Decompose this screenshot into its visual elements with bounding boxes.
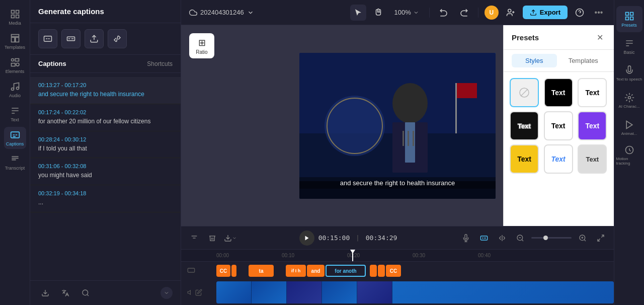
clip-after2[interactable] [378,265,385,277]
redo-button[interactable] [456,5,472,21]
presets-tab-styles[interactable]: Styles [512,54,557,67]
cc-tool-button[interactable] [38,29,57,48]
clip-after1[interactable] [370,265,377,277]
project-name-label: 202404301246 [200,9,244,16]
clip-foranoth[interactable]: for anoth [326,265,366,277]
svg-rect-59 [188,268,194,272]
zoom-slider-track[interactable] [531,237,572,239]
user-avatar[interactable]: U [485,6,499,20]
shortcuts-link[interactable]: Shortcuts [147,60,173,67]
sidebar-item-media[interactable]: Media [4,6,26,28]
timeline-delete-button[interactable] [205,231,219,245]
svg-line-58 [598,239,600,241]
clip-if[interactable]: if I h [286,265,306,277]
caption-text-2: for another 20 million of our fellow cit… [38,117,173,126]
sidebar-label-transcript: Transcript [5,166,25,171]
video-track [181,280,614,305]
animate-icon [624,120,634,130]
user-add-button[interactable] [503,5,519,21]
hand-tool-button[interactable] [370,5,386,21]
magic-tool-button[interactable] [108,29,127,48]
timeline-download-button[interactable] [223,231,237,245]
play-button[interactable] [299,231,314,246]
zoom-slider-thumb[interactable] [543,236,548,240]
presets-close-button[interactable]: ✕ [594,31,606,43]
caption-item-3[interactable]: 00:28:24 - 00:30:12 if I told you all th… [30,131,181,159]
clip-ta[interactable]: ta [249,265,274,277]
preset-item-black[interactable]: Text [544,78,573,107]
top-bar: 202404301246 100% U [181,0,614,25]
more-options-button[interactable]: ••• [592,6,606,20]
zoom-level: 100% [394,9,411,16]
timeline-filter-button[interactable] [187,231,201,245]
sidebar-item-transcript[interactable]: Transcript [4,151,26,173]
ratio-button[interactable]: ⊞ Ratio [189,33,214,58]
caption-item-4[interactable]: 00:31:06 - 00:32:08 you might have said [30,158,181,185]
video-frame: and secure the right to health insurance [299,53,496,199]
captions-timeline-button[interactable] [477,231,491,245]
preset-item-white[interactable]: Text [578,78,607,107]
right-sidebar-motion[interactable]: Motion tracking [616,142,642,168]
ruler-mark-10: 00:10 [282,253,347,258]
svg-line-54 [584,240,586,241]
presets-tab-templates[interactable]: Templates [561,54,606,67]
svg-rect-62 [630,12,633,15]
presets-grid: Text Text Text Text Text Text [504,72,614,180]
clip-dot[interactable] [231,265,236,277]
preset-item-blue-text[interactable]: Text [544,144,573,174]
right-presets-label: Presets [621,23,637,28]
sidebar-item-templates[interactable]: Templates [4,30,26,52]
collapse-panel-button[interactable] [160,287,173,299]
zoom-in-button[interactable] [576,231,590,245]
upload-tool-button[interactable] [85,29,104,48]
clip-and[interactable]: and [307,265,325,277]
clip-after3[interactable]: CC [386,265,401,277]
caption-item-1[interactable]: 00:13:27 - 00:17:20 and secure the right… [30,77,181,104]
playhead [352,250,353,261]
help-button[interactable] [572,5,588,21]
caption-item-5[interactable]: 00:32:19 - 00:34:18 ... [30,185,181,212]
caption-item-2[interactable]: 00:17:24 - 00:22:02 for another 20 milli… [30,104,181,131]
preset-item-stroke[interactable]: Text [578,144,607,174]
sidebar-label-elements: Elements [6,69,25,74]
right-sidebar-tts[interactable]: Text to speech [616,60,642,87]
translate-captions-button[interactable] [58,286,72,300]
download-captions-button[interactable] [38,286,52,300]
project-name[interactable]: 202404301246 [189,9,254,17]
preset-item-white-clean[interactable]: Text [544,111,573,140]
preset-item-yellow[interactable]: Text [510,144,539,174]
sidebar-item-elements[interactable]: Elements [4,54,26,77]
export-button[interactable]: Export [523,6,568,19]
preset-item-purple[interactable]: Text [578,111,607,140]
svg-marker-60 [188,290,190,294]
cursor-tool-button[interactable] [350,5,366,21]
video-thumb-2 [252,281,287,303]
right-sidebar-ai[interactable]: AI Charac... [616,88,642,114]
split-button[interactable] [495,231,509,245]
export-label: Export [540,9,560,16]
ruler-marks: 00:00 00:10 00:20 00:30 00:40 [216,253,614,258]
video-clip-main[interactable] [216,281,614,303]
search-captions-button[interactable] [78,286,93,300]
caption-time-4: 00:31:06 - 00:32:08 [38,163,173,169]
clip-cc[interactable]: CC [216,265,230,277]
subtitle-tool-button[interactable] [61,29,80,48]
caption-tools-bar [30,23,181,55]
undo-button[interactable] [436,5,452,21]
sidebar-item-text[interactable]: Text [4,103,26,125]
zoom-out-button[interactable] [513,231,527,245]
mic-button[interactable] [459,231,473,245]
svg-rect-14 [44,36,52,42]
fullscreen-button[interactable] [594,231,608,245]
right-sidebar-presets[interactable]: Presets [616,6,642,32]
preset-item-empty[interactable] [510,78,539,107]
sidebar-item-captions[interactable]: Captions [4,127,26,149]
right-basic-label: Basic [623,50,634,55]
preset-dark-outline-label: Text [518,122,531,130]
zoom-control[interactable]: 100% [390,7,423,18]
preset-item-dark-outline[interactable]: Text [510,111,539,140]
ratio-label: Ratio [196,49,207,55]
right-sidebar-animate[interactable]: Animat... [616,115,642,141]
right-sidebar-basic[interactable]: Basic [616,33,642,59]
sidebar-item-audio[interactable]: Audio [4,79,26,101]
